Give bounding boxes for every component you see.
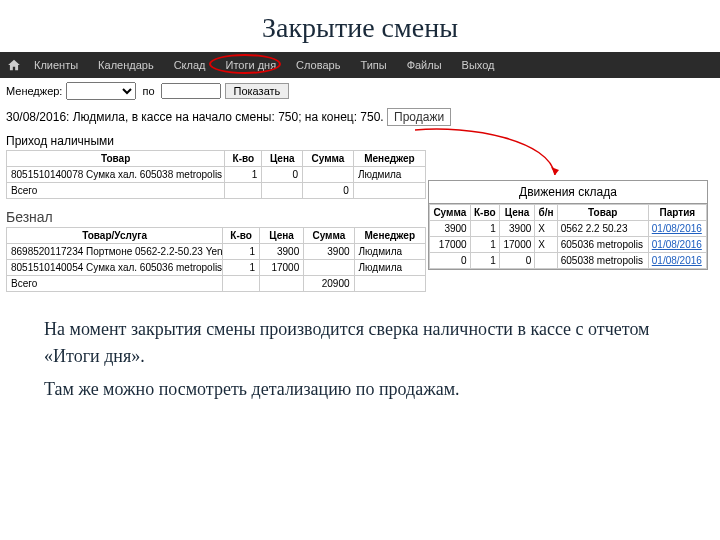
stock-title: Движения склада [429, 181, 707, 204]
nav-clients[interactable]: Клиенты [24, 52, 88, 78]
col-price: Цена [259, 228, 303, 244]
cash-section-title: Приход наличными [6, 130, 714, 150]
nav-exit[interactable]: Выход [452, 52, 505, 78]
nav-dictionary[interactable]: Словарь [286, 52, 350, 78]
table-row: 17000 1 17000 X 605036 metropolis 01/08/… [430, 237, 707, 253]
manager-label: Менеджер: [6, 85, 62, 97]
table-row: 0 1 0 605038 metropolis 01/08/2016 [430, 253, 707, 269]
col-price: Цена [262, 151, 303, 167]
stock-table: Сумма К-во Цена б/н Товар Партия 3900 1 … [429, 204, 707, 269]
batch-link[interactable]: 01/08/2016 [652, 239, 702, 250]
col-item: Товар/Услуга [7, 228, 223, 244]
col-sum: Сумма [303, 151, 354, 167]
col-mgr: Менеджер [354, 228, 425, 244]
stock-movements-panel: Движения склада Сумма К-во Цена б/н Това… [428, 180, 708, 270]
main-navbar: Клиенты Календарь Склад Итоги дня Словар… [0, 52, 720, 78]
sales-link[interactable]: Продажи [387, 108, 451, 126]
col-qty: К-во [225, 151, 262, 167]
nav-daily[interactable]: Итоги дня [215, 52, 286, 78]
table-row: 8051510140078 Сумка хал. 605038 metropol… [7, 167, 426, 183]
cash-table: Товар К-во Цена Сумма Менеджер 805151014… [6, 150, 426, 199]
table-row: 3900 1 3900 X 0562 2.2 50.23 01/08/2016 [430, 221, 707, 237]
table-row: 8051510140054 Сумка хал. 605036 metropol… [7, 260, 426, 276]
nav-types[interactable]: Типы [350, 52, 396, 78]
table-total-row: Всего 0 [7, 183, 426, 199]
col-mgr: Менеджер [353, 151, 425, 167]
nav-files[interactable]: Файлы [397, 52, 452, 78]
manager-select[interactable] [66, 82, 136, 100]
show-button[interactable]: Показать [225, 83, 290, 99]
page-title: Закрытие смены [0, 0, 720, 52]
col-qty: К-во [223, 228, 260, 244]
filter-toolbar: Менеджер: по Показать [0, 78, 720, 104]
nav-calendar[interactable]: Календарь [88, 52, 164, 78]
date-to-input[interactable] [161, 83, 221, 99]
nav-stock[interactable]: Склад [164, 52, 216, 78]
batch-link[interactable]: 01/08/2016 [652, 255, 702, 266]
col-item: Товар [7, 151, 225, 167]
table-row: 8698520117234 Портмоне 0562-2.2-50.23 Ye… [7, 244, 426, 260]
batch-link[interactable]: 01/08/2016 [652, 223, 702, 234]
explanatory-text: На момент закрытия смены производится св… [0, 292, 720, 403]
table-total-row: Всего 20900 [7, 276, 426, 292]
col-sum: Сумма [304, 228, 354, 244]
noncash-table: Товар/Услуга К-во Цена Сумма Менеджер 86… [6, 227, 426, 292]
home-icon[interactable] [4, 55, 24, 75]
date-sep: по [142, 85, 154, 97]
summary-line: 30/08/2016: Людмила, в кассе на начало с… [6, 104, 714, 130]
